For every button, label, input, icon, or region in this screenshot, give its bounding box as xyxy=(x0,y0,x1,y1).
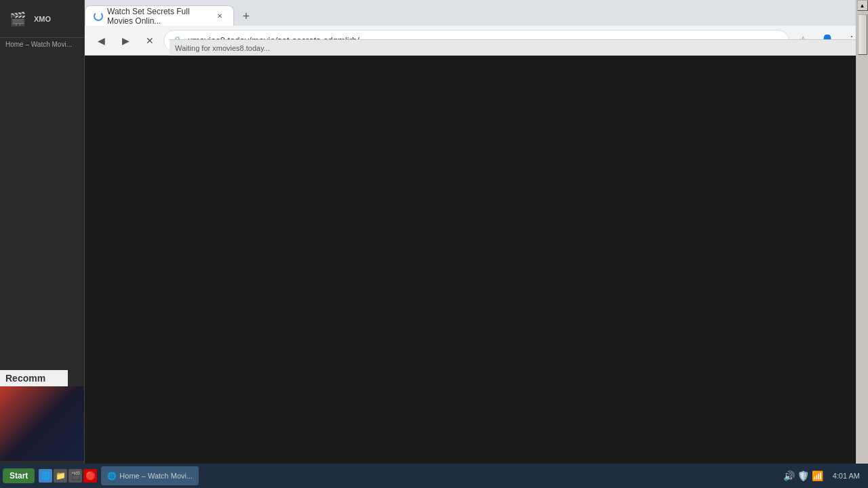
start-button[interactable]: Start xyxy=(3,468,35,483)
systray-network-icon[interactable]: 🔊 xyxy=(783,470,795,481)
system-clock: 4:01 AM xyxy=(827,472,865,480)
systray-security-icon[interactable]: 📶 xyxy=(812,470,823,481)
taskbar-active-window[interactable]: 🌐 Home – Watch Movi... xyxy=(101,466,199,485)
taskbar-ie-icon[interactable]: 🌐 xyxy=(39,469,52,483)
scroll-up-arrow[interactable]: ▲ xyxy=(857,0,868,11)
status-bar: Waiting for xmovies8.today... xyxy=(170,39,868,56)
taskbar-media-icon[interactable]: 🎬 xyxy=(68,469,82,483)
sidebar-movie-thumb xyxy=(0,386,85,461)
back-button[interactable]: ◀ xyxy=(90,30,112,52)
taskbar-record-icon[interactable]: 🔴 xyxy=(83,469,97,483)
tab-title: Watch Set Secrets Full Movies Onlin... xyxy=(107,7,210,26)
new-tab-button[interactable]: + xyxy=(237,7,256,26)
forward-button[interactable]: ▶ xyxy=(115,30,136,52)
status-text: Waiting for xmovies8.today... xyxy=(175,44,270,52)
taskbar-folder-icon[interactable]: 📁 xyxy=(54,469,67,483)
sidebar-logo-text: XMO xyxy=(34,15,51,23)
browser-tab[interactable]: Watch Set Secrets Full Movies Onlin... ✕ xyxy=(85,5,234,26)
scroll-thumb[interactable] xyxy=(858,14,867,55)
systray: 🔊 🛡️ 📶 xyxy=(781,470,826,481)
sidebar-app-icon: 🎬 xyxy=(5,7,30,31)
tab-bar: Watch Set Secrets Full Movies Onlin... ✕… xyxy=(85,0,868,26)
reload-button[interactable]: ✕ xyxy=(139,30,161,52)
tab-loading-spinner xyxy=(94,12,103,21)
systray-volume-icon[interactable]: 🛡️ xyxy=(797,470,809,481)
vertical-scrollbar[interactable]: ▲ ▼ xyxy=(856,0,868,488)
recomm-label: Recomm xyxy=(0,370,68,386)
taskbar-window-label: Home – Watch Movi... xyxy=(119,472,193,480)
left-sidebar: 🎬 XMO Home – Watch Movi... Recomm xyxy=(0,0,85,488)
taskbar: Start 🌐 📁 🎬 🔴 🌐 Home – Watch Movi... 🔊 🛡… xyxy=(0,464,868,488)
xmo-label: XMO xyxy=(34,15,51,23)
browser-chrome: Watch Set Secrets Full Movies Onlin... ✕… xyxy=(85,0,868,56)
tab-close-button[interactable]: ✕ xyxy=(214,11,225,22)
scroll-track[interactable] xyxy=(857,11,868,477)
sidebar-tab-label: Home – Watch Movi... xyxy=(0,38,84,51)
sidebar-logo-area: 🎬 XMO xyxy=(0,0,84,38)
taskbar-quick-launch: 🌐 📁 🎬 🔴 xyxy=(39,469,97,483)
